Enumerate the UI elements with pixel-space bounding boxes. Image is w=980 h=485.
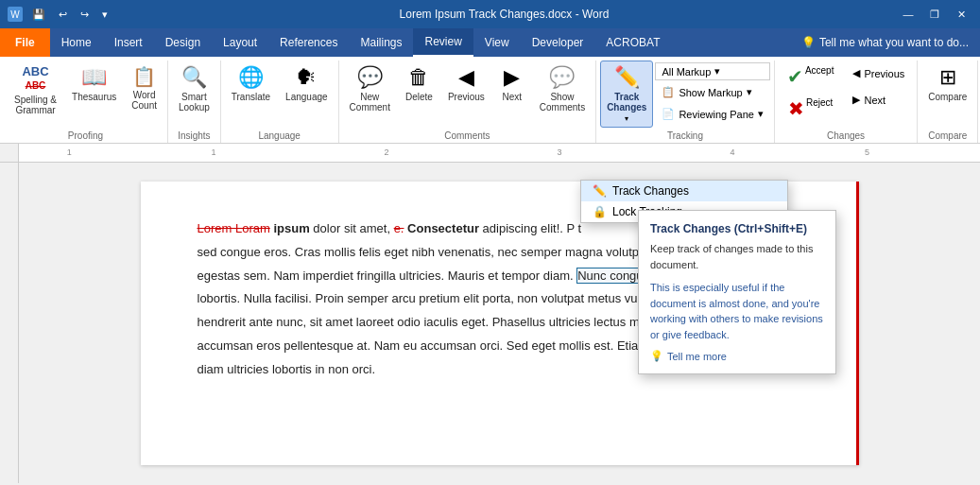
show-markup-dropdown-icon: ▾ [747,86,752,98]
next-change-label: Next [864,95,885,106]
reviewing-pane-label: Reviewing Pane [679,109,754,120]
translate-label: Translate [232,92,270,102]
menu-item-references[interactable]: References [268,28,349,57]
word-count-label: WordCount [131,90,157,111]
reject-icon: ✖ [788,97,804,120]
word-icon: W [8,7,23,22]
ribbon: ABCABC Spelling &Grammar 📖 Thesaurus 📋 W… [0,57,980,144]
smart-lookup-button[interactable]: 🔍 SmartLookup [172,61,216,117]
show-markup-button[interactable]: 📋 Show Markup ▾ [655,82,770,102]
track-changes-label: TrackChanges [607,92,646,113]
strikethrough-e: e. [394,221,404,235]
comments-group-label: Comments [343,128,593,143]
bold-consectetur: Consectetur [407,221,479,235]
next-comment-icon: ▶ [504,65,520,90]
new-comment-button[interactable]: 💬 NewComment [343,61,397,117]
ribbon-group-compare: ⊞ Compare Compare [918,61,978,143]
tell-me-more-link[interactable]: 💡 Tell me more [650,350,824,362]
language-label: Language [285,92,328,102]
delete-comment-button[interactable]: 🗑 Delete [399,61,439,107]
insights-buttons: 🔍 SmartLookup [172,61,216,128]
reviewing-pane-dropdown-icon: ▾ [758,108,764,120]
tooltip-description: Keep track of changes made to this docum… [650,241,824,272]
spelling-grammar-button[interactable]: ABCABC Spelling &Grammar [8,61,63,120]
new-comment-label: NewComment [350,92,390,113]
previous-label: Previous [448,92,485,102]
close-button[interactable]: ✕ [950,5,972,24]
document-title: Lorem Ipsum Track Changes.docx - Word [112,8,897,21]
all-markup-dropdown-icon: ▾ [714,65,720,78]
next-change-button[interactable]: ▶ Next [844,87,913,113]
show-markup-label: Show Markup [679,87,742,98]
show-comments-label: ShowComments [540,92,585,113]
accept-button[interactable]: ✔ Accept [779,61,843,93]
translate-icon: 🌐 [238,65,264,90]
translate-button[interactable]: 🌐 Translate [225,61,277,107]
menu-item-file[interactable]: File [0,28,50,57]
show-comments-icon: 💬 [549,65,575,90]
ruler-left-margin [0,144,19,162]
language-buttons: 🌐 Translate 🗣 Language [225,61,335,128]
menu-item-home[interactable]: Home [50,28,103,57]
track-changes-item-label: Track Changes [612,184,689,198]
menu-item-review[interactable]: Review [413,28,473,57]
text-t: t [578,221,582,235]
lock-icon: 🔒 [593,205,607,218]
ruler-content: 1 1 2 3 4 5 [19,144,980,162]
changes-group-label: Changes [779,128,913,143]
all-markup-select[interactable]: All Markup ▾ [655,62,770,80]
reject-label: Reject [806,97,833,108]
menu-item-design[interactable]: Design [154,28,212,57]
thesaurus-icon: 📖 [81,65,107,90]
reviewing-pane-button[interactable]: 📄 Reviewing Pane ▾ [655,104,770,124]
ribbon-group-proofing: ABCABC Spelling &Grammar 📖 Thesaurus 📋 W… [4,61,168,143]
previous-comment-button[interactable]: ◀ Previous [441,61,491,107]
accept-reject-area: ✔ Accept ✖ Reject [779,61,843,125]
tracking-buttons: ✏️ TrackChanges ▾ All Markup ▾ 📋 Show Ma… [600,61,770,128]
language-group-label: Language [225,128,335,143]
tracking-group-label: Tracking [600,128,770,143]
strikethrough-lorem: Lorem Loram [198,221,270,235]
reject-button[interactable]: ✖ Reject [779,93,843,125]
qat-dropdown-button[interactable]: ▾ [98,7,112,23]
changes-buttons: ✔ Accept ✖ Reject ◀ Previous [779,61,913,128]
compare-label: Compare [928,92,967,102]
undo-button[interactable]: ↩ [55,7,71,23]
tell-me-input[interactable]: 💡 Tell me what you want to do... [790,28,980,57]
save-button[interactable]: 💾 [28,7,49,23]
tell-me-more-label: Tell me more [667,351,727,362]
thesaurus-button[interactable]: 📖 Thesaurus [65,61,123,107]
compare-buttons: ⊞ Compare [921,61,973,128]
ribbon-group-insights: 🔍 SmartLookup Insights [168,61,221,143]
menu-item-developer[interactable]: Developer [521,28,595,57]
tooltip-hint: This is especially useful if the documen… [650,280,824,342]
restore-button[interactable]: ❐ [923,5,946,24]
track-changes-item-icon: ✏️ [593,184,607,198]
proofing-buttons: ABCABC Spelling &Grammar 📖 Thesaurus 📋 W… [8,61,163,128]
word-count-button[interactable]: 📋 WordCount [125,61,163,115]
ribbon-group-language: 🌐 Translate 🗣 Language Language [221,61,339,143]
compare-button[interactable]: ⊞ Compare [921,61,973,107]
accept-icon: ✔ [787,65,803,88]
next-label: Next [503,92,523,102]
track-changes-dropdown-item[interactable]: ✏️ Track Changes [581,181,787,201]
insights-group-label: Insights [172,128,216,143]
menu-item-acrobat[interactable]: ACROBAT [594,28,671,57]
show-comments-button[interactable]: 💬 ShowComments [533,61,592,117]
menu-item-view[interactable]: View [473,28,521,57]
next-change-icon: ▶ [852,94,860,106]
lightbulb-icon: 💡 [801,36,816,49]
track-changes-margin-indicator [856,182,859,465]
track-changes-button[interactable]: ✏️ TrackChanges ▾ [600,61,653,128]
menu-bar: File Home Insert Design Layout Reference… [0,28,980,57]
word-count-icon: 📋 [132,65,156,88]
next-comment-button[interactable]: ▶ Next [493,61,531,107]
minimize-button[interactable]: — [897,5,920,24]
menu-item-insert[interactable]: Insert [103,28,154,57]
language-button[interactable]: 🗣 Language [279,61,335,107]
track-changes-dropdown-icon: ▾ [625,114,628,123]
menu-item-layout[interactable]: Layout [212,28,268,57]
menu-item-mailings[interactable]: Mailings [349,28,413,57]
redo-button[interactable]: ↪ [77,7,93,23]
previous-change-button[interactable]: ◀ Previous [844,61,913,86]
